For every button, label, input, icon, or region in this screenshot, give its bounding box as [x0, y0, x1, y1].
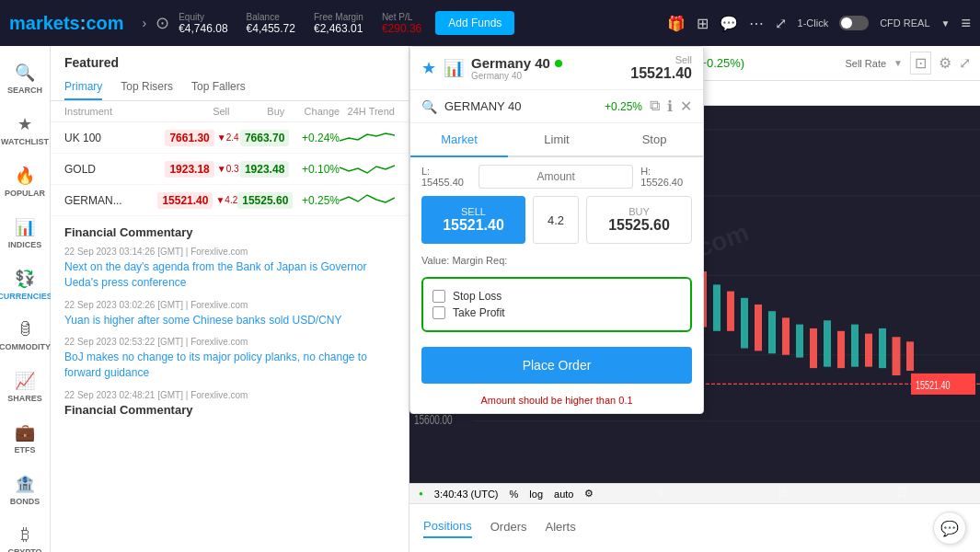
grid-icon[interactable]: ⋯: [749, 15, 764, 32]
one-click-toggle[interactable]: [839, 16, 869, 30]
svg-rect-35: [837, 331, 845, 368]
net-pl-stat: Net P/L €290.36: [382, 12, 421, 35]
svg-rect-30: [768, 311, 776, 353]
sidebar-item-search[interactable]: 🔍 SEARCH: [0, 55, 50, 102]
svg-rect-39: [893, 338, 900, 374]
gift-icon[interactable]: 🎁: [667, 15, 686, 32]
tab-primary[interactable]: Primary: [64, 75, 102, 100]
commodity-icon: 🛢: [17, 320, 33, 339]
chat-icon[interactable]: 💬: [720, 15, 738, 32]
stop-loss-row: Stop Loss: [432, 290, 681, 303]
change-uk100: +0.24%: [289, 132, 340, 144]
table-row[interactable]: UK 100 7661.30 ▼2.4 7663.70 +0.24%: [51, 122, 409, 154]
sparkline-uk100: [340, 127, 395, 145]
close-icon[interactable]: ✕: [680, 98, 692, 115]
trade-star-icon[interactable]: ★: [421, 58, 436, 78]
chart-expand-icon[interactable]: ⤢: [959, 54, 971, 72]
tab-stop[interactable]: Stop: [605, 123, 703, 155]
commentary-link-1[interactable]: Next on the day's agenda from the Bank o…: [64, 259, 395, 291]
trade-sell-price: 15521.40: [630, 65, 692, 82]
tab-market[interactable]: Market: [410, 123, 508, 157]
lh-amount-row: L: 15455.40 H: 15526.40: [410, 157, 703, 196]
layout-icon[interactable]: ⊞: [697, 15, 709, 32]
stop-loss-checkbox[interactable]: [432, 290, 445, 303]
table-row[interactable]: GERMAN... 15521.40 ▼4.2 15525.60 +0.25%: [51, 185, 409, 216]
sell-buy-row: SELL 15521.40 4.2 BUY 15525.60: [410, 196, 703, 251]
trend-german: [340, 190, 395, 211]
chat-bubble[interactable]: 💬: [933, 512, 966, 545]
sidebar-item-currencies[interactable]: 💱 CURRENCIES: [0, 261, 50, 308]
sell-btn-price: 15521.40: [431, 217, 516, 234]
place-order-button[interactable]: Place Order: [421, 347, 692, 384]
tab-positions[interactable]: Positions: [423, 519, 472, 538]
cfd-dropdown-icon[interactable]: ▼: [941, 18, 951, 29]
net-pl-value: €290.36: [382, 22, 421, 35]
trade-search-pct: +0.25%: [605, 100, 642, 113]
equity-stat: Equity €4,746.08: [179, 12, 227, 35]
commentary-date-3: 22 Sep 2023 02:53:22 [GMT] | Forexlive.c…: [64, 337, 395, 347]
sidebar-item-commodity[interactable]: 🛢 COMMODITY: [0, 313, 50, 359]
cfd-real-label[interactable]: CFD REAL: [880, 17, 929, 29]
svg-rect-26: [713, 284, 721, 330]
trade-instrument-info: Germany 40 Germany 40: [471, 55, 562, 81]
commentary-item: 22 Sep 2023 02:53:22 [GMT] | Forexlive.c…: [64, 337, 395, 381]
sidebar-etfs-label: ETFS: [14, 445, 35, 454]
trade-instrument-name: Germany 40: [471, 55, 550, 71]
sparkline-german: [340, 190, 395, 208]
tab-limit[interactable]: Limit: [508, 123, 605, 155]
sidebar-item-popular[interactable]: 🔥 POPULAR: [0, 158, 50, 205]
info-icon[interactable]: ℹ: [667, 98, 673, 115]
amount-input[interactable]: [478, 165, 633, 189]
y-label-5: 15600.00: [414, 412, 453, 427]
expand-icon[interactable]: ⤢: [775, 15, 787, 32]
sidebar-item-crypto[interactable]: ₿ CRYPTO: [0, 518, 50, 552]
menu-icon[interactable]: ≡: [961, 14, 971, 33]
qty-box: 4.2: [533, 196, 579, 244]
copy-icon[interactable]: ⧉: [650, 98, 660, 115]
chart-controls: Sell Rate ▼ ⊡ ⚙ ⤢: [845, 52, 971, 75]
commentary-date-4: 22 Sep 2023 02:48:21 [GMT] | Forexlive.c…: [64, 390, 395, 400]
chart-layout-icon[interactable]: ⊡: [910, 52, 931, 75]
sidebar-currencies-label: CURRENCIES: [0, 292, 52, 301]
sidebar-item-watchlist[interactable]: ★ WATCHLIST: [0, 107, 50, 154]
sidebar-item-bonds[interactable]: 🏦 BONDS: [0, 466, 50, 513]
free-margin-value: €2,463.01: [314, 22, 363, 35]
tab-top-risers[interactable]: Top Risers: [121, 75, 173, 100]
free-margin-label: Free Margin: [314, 12, 363, 22]
take-profit-checkbox[interactable]: [432, 306, 445, 319]
commentary-date-1: 22 Sep 2023 03:14:26 [GMT] | Forexlive.c…: [64, 247, 395, 257]
tab-alerts[interactable]: Alerts: [545, 520, 575, 537]
svg-rect-33: [810, 328, 817, 368]
chart-settings-icon[interactable]: ⚙: [939, 54, 951, 72]
tab-orders[interactable]: Orders: [490, 520, 527, 537]
sell-rate-dropdown-icon[interactable]: ▼: [894, 58, 903, 68]
sidebar-item-shares[interactable]: 📈 SHARES: [0, 363, 50, 410]
value-label: Value:: [421, 255, 449, 266]
instrument-header: Instrument Sell Buy Change 24H Trend: [51, 101, 409, 122]
sidebar-item-indices[interactable]: 📊 INDICES: [0, 210, 50, 257]
settings-icon-chart[interactable]: ⚙: [584, 488, 594, 500]
sidebar-item-etfs[interactable]: 💼 ETFS: [0, 415, 50, 462]
svg-rect-29: [755, 305, 762, 351]
table-row[interactable]: GOLD 1923.18 ▼0.3 1923.48 +0.10%: [51, 154, 409, 185]
trade-mode-tabs: Market Limit Stop: [410, 123, 703, 157]
sidebar-popular-label: POPULAR: [5, 189, 45, 198]
shares-icon: 📈: [15, 371, 35, 391]
sell-btn-label: SELL: [431, 206, 516, 217]
svg-rect-38: [879, 328, 886, 368]
log-label: log: [529, 489, 543, 500]
buy-btn-price: 15525.60: [596, 217, 682, 234]
time-display: 3:40:43 (UTC): [434, 489, 499, 500]
trade-panel-header: ★ 📊 Germany 40 Germany 40 Sell 15521.40: [410, 47, 703, 90]
commentary-link-2[interactable]: Yuan is higher after some Chinese banks …: [64, 313, 395, 328]
margin-label: Margin Req:: [452, 255, 507, 266]
sell-button[interactable]: SELL 15521.40: [421, 196, 525, 244]
equity-label: Equity: [179, 12, 227, 22]
commentary-link-3[interactable]: BoJ makes no change to its major policy …: [64, 350, 395, 381]
commentary-item: 22 Sep 2023 03:02:26 [GMT] | Forexlive.c…: [64, 300, 395, 328]
arrow-icon: ›: [143, 16, 147, 30]
tab-top-fallers[interactable]: Top Fallers: [191, 75, 246, 100]
add-funds-button[interactable]: Add Funds: [435, 11, 514, 35]
trade-sell-label: Sell: [630, 54, 692, 65]
buy-button[interactable]: BUY 15525.60: [586, 196, 692, 244]
